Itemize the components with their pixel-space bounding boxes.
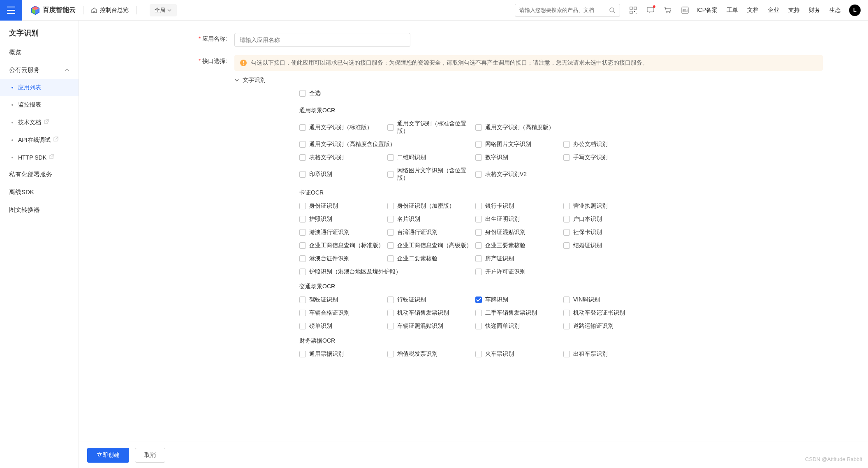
- search-input[interactable]: [519, 7, 609, 13]
- checkbox-2-3[interactable]: VIN码识别: [563, 296, 651, 304]
- checkbox-3-1[interactable]: 增值税发票识别: [387, 350, 475, 358]
- top-link-6[interactable]: 生态: [829, 7, 841, 14]
- app-name-input[interactable]: [234, 33, 410, 47]
- sidebar-item-5[interactable]: API在线调试: [0, 131, 79, 149]
- checkbox-input[interactable]: [299, 255, 306, 262]
- checkbox-1-9[interactable]: 台湾通行证识别: [387, 229, 475, 236]
- checkbox-input[interactable]: [299, 124, 306, 131]
- checkbox-3-3[interactable]: 出租车票识别: [563, 350, 651, 358]
- cart-icon[interactable]: [664, 6, 672, 14]
- checkbox-1-4[interactable]: 护照识别: [299, 215, 387, 223]
- checkbox-input[interactable]: [475, 124, 482, 131]
- checkbox-1-18[interactable]: 房产证识别: [475, 255, 651, 262]
- checkbox-input[interactable]: [563, 203, 570, 209]
- checkbox-3-2[interactable]: 火车票识别: [475, 350, 563, 358]
- top-link-1[interactable]: 工单: [727, 7, 738, 14]
- checkbox-0-5[interactable]: 办公文档识别: [563, 141, 651, 148]
- checkbox-input[interactable]: [387, 242, 394, 249]
- top-link-5[interactable]: 财务: [809, 7, 820, 14]
- checkbox-input[interactable]: [299, 242, 306, 249]
- checkbox-1-8[interactable]: 港澳通行证识别: [299, 229, 387, 236]
- checkbox-input[interactable]: [563, 154, 570, 161]
- checkbox-input[interactable]: [387, 310, 394, 316]
- checkbox-input[interactable]: [299, 310, 306, 316]
- checkbox-1-10[interactable]: 身份证混贴识别: [475, 229, 563, 236]
- checkbox-0-6[interactable]: 表格文字识别: [299, 154, 387, 161]
- checkbox-0-11[interactable]: 网络图片文字识别（含位置版）: [387, 167, 475, 182]
- checkbox-input[interactable]: [387, 351, 394, 357]
- checkbox-2-5[interactable]: 机动车销售发票识别: [387, 309, 475, 317]
- hamburger-menu[interactable]: [0, 0, 22, 21]
- checkbox-1-20[interactable]: 开户许可证识别: [475, 268, 651, 276]
- checkbox-1-13[interactable]: 企业工商信息查询（高级版）: [387, 242, 475, 249]
- checkbox-1-3[interactable]: 营业执照识别: [563, 202, 651, 210]
- checkbox-input[interactable]: [387, 297, 394, 303]
- checkbox-input[interactable]: [563, 229, 570, 236]
- select-all-checkbox[interactable]: 全选: [299, 90, 823, 97]
- checkbox-1-2[interactable]: 银行卡识别: [475, 202, 563, 210]
- checkbox-input[interactable]: [563, 242, 570, 249]
- checkbox-1-15[interactable]: 结婚证识别: [563, 242, 651, 249]
- checkbox-2-7[interactable]: 机动车登记证书识别: [563, 309, 651, 317]
- checkbox-input[interactable]: [475, 269, 482, 275]
- checkbox-input[interactable]: [475, 297, 482, 303]
- checkbox-0-12[interactable]: 表格文字识别V2: [475, 171, 651, 178]
- checkbox-2-4[interactable]: 车辆合格证识别: [299, 309, 387, 317]
- checkbox-input[interactable]: [387, 171, 394, 178]
- qr-icon[interactable]: [629, 6, 637, 14]
- checkbox-1-7[interactable]: 户口本识别: [563, 215, 651, 223]
- checkbox-input[interactable]: [475, 323, 482, 329]
- top-link-2[interactable]: 文档: [747, 7, 759, 14]
- checkbox-input[interactable]: [299, 323, 306, 329]
- checkbox-2-0[interactable]: 驾驶证识别: [299, 296, 387, 304]
- checkbox-1-12[interactable]: 企业工商信息查询（标准版）: [299, 242, 387, 249]
- checkbox-0-4[interactable]: 网络图片文字识别: [475, 141, 563, 148]
- checkbox-input[interactable]: [299, 351, 306, 357]
- checkbox-1-5[interactable]: 名片识别: [387, 215, 475, 223]
- checkbox-0-0[interactable]: 通用文字识别（标准版）: [299, 124, 387, 131]
- sidebar-item-1[interactable]: 公有云服务: [0, 61, 79, 79]
- checkbox-input[interactable]: [299, 229, 306, 236]
- checkbox-input[interactable]: [475, 141, 482, 148]
- checkbox-input[interactable]: [299, 154, 306, 161]
- checkbox-input[interactable]: [299, 216, 306, 222]
- checkbox-2-9[interactable]: 车辆证照混贴识别: [387, 322, 475, 330]
- checkbox-input[interactable]: [475, 310, 482, 316]
- checkbox-input[interactable]: [299, 203, 306, 209]
- checkbox-1-6[interactable]: 出生证明识别: [475, 215, 563, 223]
- checkbox-input[interactable]: [387, 229, 394, 236]
- checkbox-input[interactable]: [475, 171, 482, 178]
- sidebar-item-0[interactable]: 概览: [0, 44, 79, 61]
- sidebar-item-6[interactable]: HTTP SDK: [0, 149, 79, 166]
- checkbox-0-9[interactable]: 手写文字识别: [563, 154, 651, 161]
- checkbox-2-8[interactable]: 磅单识别: [299, 322, 387, 330]
- checkbox-input[interactable]: [563, 141, 570, 148]
- sidebar-item-4[interactable]: 技术文档: [0, 114, 79, 131]
- checkbox-1-16[interactable]: 港澳台证件识别: [299, 255, 387, 262]
- top-link-0[interactable]: ICP备案: [697, 7, 718, 14]
- sidebar-item-7[interactable]: 私有化部署服务: [0, 166, 79, 183]
- checkbox-input[interactable]: [475, 203, 482, 209]
- console-home-link[interactable]: 控制台总览: [91, 7, 129, 14]
- checkbox-input[interactable]: [475, 229, 482, 236]
- checkbox-input[interactable]: [387, 255, 394, 262]
- checkbox-input[interactable]: [387, 124, 394, 131]
- sidebar-item-2[interactable]: 应用列表: [0, 79, 79, 96]
- global-scope-select[interactable]: 全局: [150, 4, 177, 16]
- sidebar-item-3[interactable]: 监控报表: [0, 96, 79, 114]
- checkbox-input[interactable]: [387, 203, 394, 209]
- checkbox-input[interactable]: [299, 269, 306, 275]
- checkbox-2-6[interactable]: 二手车销售发票识别: [475, 309, 563, 317]
- avatar[interactable]: L: [849, 5, 861, 16]
- create-button[interactable]: 立即创建: [87, 448, 129, 463]
- sidebar-item-9[interactable]: 图文转换器: [0, 201, 79, 219]
- top-link-3[interactable]: 企业: [768, 7, 779, 14]
- checkbox-1-1[interactable]: 身份证识别（加密版）: [387, 202, 475, 210]
- top-link-4[interactable]: 支持: [788, 7, 800, 14]
- checkbox-input[interactable]: [563, 351, 570, 357]
- checkbox-1-14[interactable]: 企业三要素核验: [475, 242, 563, 249]
- message-icon[interactable]: [646, 6, 655, 14]
- section-toggle[interactable]: 文字识别: [234, 76, 823, 84]
- search-box[interactable]: [515, 4, 620, 17]
- checkbox-0-3[interactable]: 通用文字识别（高精度含位置版）: [299, 141, 475, 148]
